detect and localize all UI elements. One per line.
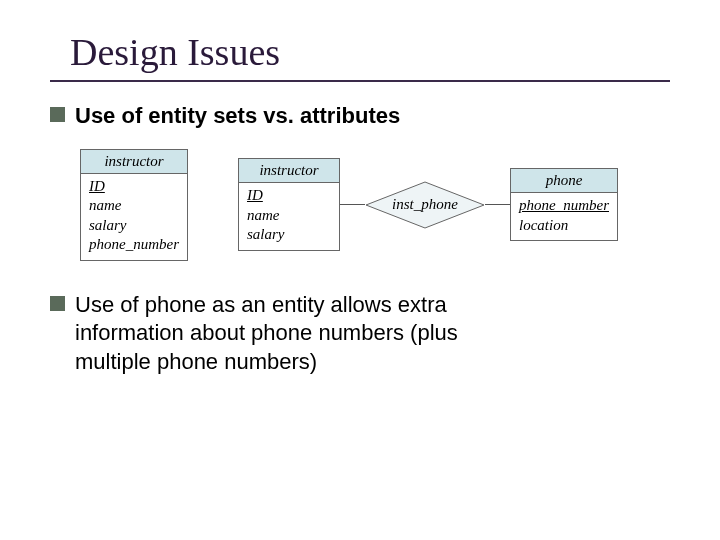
er-relation-group: instructor ID name salary inst_phone pho… [238, 158, 618, 251]
entity-instructor-full: instructor ID name salary phone_number [80, 149, 188, 261]
bullet-2: Use of phone as an entity allows extra i… [50, 291, 670, 377]
bullet-1-text: Use of entity sets vs. attributes [75, 102, 400, 131]
attr: name [247, 206, 331, 226]
entity-header: instructor [239, 159, 339, 183]
bullet-2-line2: information about phone numbers (plus [75, 320, 458, 345]
slide-title: Design Issues [70, 30, 670, 74]
entity-body: ID name salary [239, 183, 339, 250]
entity-body: phone_number location [511, 193, 617, 240]
attr: phone_number [89, 235, 179, 255]
attr: salary [247, 225, 331, 245]
entity-body: ID name salary phone_number [81, 174, 187, 260]
bullet-2-text: Use of phone as an entity allows extra i… [75, 291, 458, 377]
bullet-square-icon [50, 296, 65, 311]
bullet-2-line3: multiple phone numbers) [75, 349, 317, 374]
attr: salary [89, 216, 179, 236]
relationship-diamond: inst_phone [365, 181, 485, 229]
entity-instructor-short: instructor ID name salary [238, 158, 340, 251]
entity-header: instructor [81, 150, 187, 174]
bullet-2-line1: Use of phone as an entity allows extra [75, 292, 447, 317]
title-underline [50, 80, 670, 82]
relationship-label: inst_phone [392, 196, 458, 213]
attr: location [519, 216, 609, 236]
entity-phone: phone phone_number location [510, 168, 618, 241]
entity-header: phone [511, 169, 617, 193]
attr-key: ID [247, 186, 331, 206]
attr-key: ID [89, 177, 179, 197]
er-diagram-area: instructor ID name salary phone_number i… [80, 149, 670, 261]
bullet-square-icon [50, 107, 65, 122]
bullet-1: Use of entity sets vs. attributes [50, 102, 670, 131]
connector-line [340, 204, 365, 205]
attr-key: phone_number [519, 196, 609, 216]
connector-line [485, 204, 510, 205]
attr: name [89, 196, 179, 216]
